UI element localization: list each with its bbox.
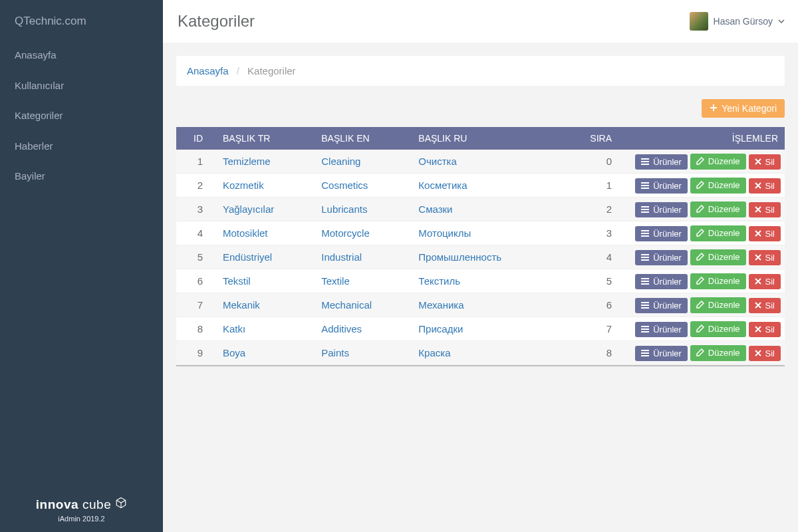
cell-title-ru[interactable]: Краска — [412, 341, 559, 365]
col-order: SIRA — [559, 127, 625, 150]
cell-title-ru[interactable]: Смазки — [412, 198, 559, 221]
delete-button[interactable]: Sil — [749, 322, 781, 337]
cell-title-tr[interactable]: Temizleme — [216, 150, 315, 174]
products-button[interactable]: Ürünler — [635, 226, 688, 241]
list-icon — [641, 349, 649, 358]
cell-title-en[interactable]: Textile — [315, 269, 412, 293]
new-category-button[interactable]: Yeni Kategori — [702, 99, 785, 118]
edit-button[interactable]: Düzenle — [690, 225, 746, 241]
products-button[interactable]: Ürünler — [635, 322, 688, 337]
col-title-en: BAŞLIK EN — [315, 127, 412, 150]
sidebar: QTechnic.com Anasayfa Kullanıcılar Kateg… — [0, 0, 163, 532]
list-icon — [641, 229, 649, 238]
list-icon — [641, 277, 649, 286]
products-button[interactable]: Ürünler — [635, 154, 688, 170]
cell-title-ru[interactable]: Присадки — [412, 317, 559, 341]
products-button[interactable]: Ürünler — [635, 202, 688, 217]
sidebar-item-kategoriler[interactable]: Kategoriler — [0, 100, 163, 131]
cell-title-tr[interactable]: Boya — [216, 341, 315, 365]
close-icon — [755, 182, 761, 190]
products-label: Ürünler — [653, 277, 682, 286]
cell-order: 6 — [559, 293, 625, 317]
delete-button[interactable]: Sil — [749, 346, 781, 361]
cell-title-ru[interactable]: Мотоциклы — [412, 221, 559, 245]
cell-title-en[interactable]: Industrial — [315, 245, 412, 269]
edit-button[interactable]: Düzenle — [690, 178, 746, 194]
delete-button[interactable]: Sil — [749, 250, 781, 265]
cell-order: 1 — [559, 174, 625, 198]
cell-id: 5 — [176, 245, 216, 269]
products-button[interactable]: Ürünler — [635, 298, 688, 313]
products-button[interactable]: Ürünler — [635, 274, 688, 289]
products-label: Ürünler — [653, 158, 682, 166]
edit-button[interactable]: Düzenle — [690, 249, 746, 265]
delete-button[interactable]: Sil — [749, 202, 781, 217]
cell-title-tr[interactable]: Katkı — [216, 317, 315, 341]
col-title-ru: BAŞLIK RU — [412, 127, 559, 150]
list-icon — [641, 182, 649, 190]
cell-title-tr[interactable]: Tekstil — [216, 269, 315, 293]
cell-title-en[interactable]: Cleaning — [315, 150, 412, 174]
cell-title-en[interactable]: Motorcycle — [315, 221, 412, 245]
cell-title-ru[interactable]: Очистка — [412, 150, 559, 174]
cell-title-tr[interactable]: Yağlayıcılar — [216, 198, 315, 221]
cell-title-en[interactable]: Lubricants — [315, 198, 412, 221]
cell-id: 1 — [176, 150, 216, 174]
cell-order: 7 — [559, 317, 625, 341]
cell-title-ru[interactable]: Косметика — [412, 174, 559, 198]
user-menu[interactable]: Hasan Gürsoy — [690, 12, 785, 31]
edit-button[interactable]: Düzenle — [690, 273, 746, 289]
sidebar-item-bayiler[interactable]: Bayiler — [0, 161, 163, 192]
products-label: Ürünler — [653, 325, 682, 334]
products-button[interactable]: Ürünler — [635, 178, 688, 194]
products-button[interactable]: Ürünler — [635, 346, 688, 361]
footer-logo-bold: innova — [36, 497, 78, 512]
edit-button[interactable]: Düzenle — [690, 297, 746, 313]
cell-order: 3 — [559, 221, 625, 245]
breadcrumb-separator: / — [237, 65, 239, 76]
cell-title-en[interactable]: Mechanical — [315, 293, 412, 317]
table-row: 5EndüstriyelIndustrialПромышленность4Ürü… — [176, 245, 785, 269]
products-label: Ürünler — [653, 205, 682, 214]
delete-label: Sil — [765, 253, 775, 262]
delete-button[interactable]: Sil — [749, 298, 781, 313]
delete-button[interactable]: Sil — [749, 178, 781, 194]
products-label: Ürünler — [653, 182, 682, 190]
brand[interactable]: QTechnic.com — [0, 0, 163, 40]
cell-title-en[interactable]: Additives — [315, 317, 412, 341]
main: Kategoriler Hasan Gürsoy Anasayfa / Kate… — [163, 0, 798, 532]
edit-button[interactable]: Düzenle — [690, 154, 746, 170]
edit-button[interactable]: Düzenle — [690, 201, 746, 217]
edit-button[interactable]: Düzenle — [690, 345, 746, 361]
cell-title-ru[interactable]: Промышленность — [412, 245, 559, 269]
cell-actions: ÜrünlerDüzenleSil — [625, 221, 785, 245]
edit-button[interactable]: Düzenle — [690, 321, 746, 337]
list-icon — [641, 205, 649, 214]
close-icon — [755, 349, 761, 358]
cell-title-tr[interactable]: Endüstriyel — [216, 245, 315, 269]
sidebar-item-anasayfa[interactable]: Anasayfa — [0, 40, 163, 70]
edit-label: Düzenle — [708, 205, 740, 213]
products-button[interactable]: Ürünler — [635, 250, 688, 265]
cell-id: 6 — [176, 269, 216, 293]
topbar: Kategoriler Hasan Gürsoy — [163, 0, 798, 43]
edit-icon — [696, 253, 704, 262]
cell-title-tr[interactable]: Motosiklet — [216, 221, 315, 245]
cell-title-ru[interactable]: Текстиль — [412, 269, 559, 293]
cell-title-tr[interactable]: Mekanik — [216, 293, 315, 317]
cell-id: 2 — [176, 174, 216, 198]
delete-button[interactable]: Sil — [749, 154, 781, 170]
breadcrumb-home[interactable]: Anasayfa — [187, 65, 229, 76]
table-row: 3YağlayıcılarLubricantsСмазки2ÜrünlerDüz… — [176, 198, 785, 221]
products-label: Ürünler — [653, 301, 682, 310]
cell-title-ru[interactable]: Механика — [412, 293, 559, 317]
cell-title-en[interactable]: Paints — [315, 341, 412, 365]
delete-button[interactable]: Sil — [749, 226, 781, 241]
delete-button[interactable]: Sil — [749, 274, 781, 289]
products-label: Ürünler — [653, 253, 682, 262]
cell-title-en[interactable]: Cosmetics — [315, 174, 412, 198]
edit-label: Düzenle — [708, 253, 740, 261]
cell-title-tr[interactable]: Kozmetik — [216, 174, 315, 198]
sidebar-item-kullanicilar[interactable]: Kullanıcılar — [0, 70, 163, 101]
sidebar-item-haberler[interactable]: Haberler — [0, 131, 163, 162]
